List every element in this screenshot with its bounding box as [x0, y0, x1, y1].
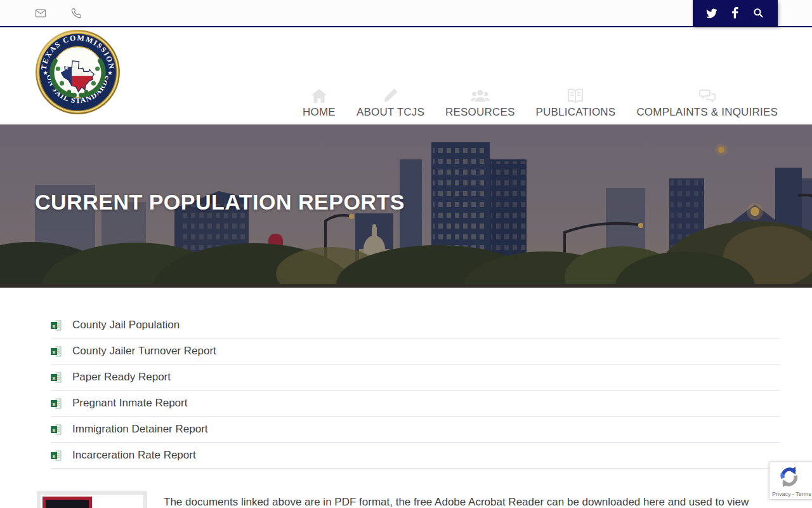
- nav-item-home[interactable]: HOME: [303, 87, 336, 119]
- svg-text:x: x: [53, 349, 56, 354]
- pencil-icon: [381, 87, 400, 105]
- twitter-icon[interactable]: [702, 5, 721, 22]
- excel-file-icon: x: [51, 320, 62, 331]
- chat-bubbles-icon: [698, 87, 717, 105]
- report-label: Paper Ready Report: [72, 371, 171, 384]
- report-link-incarceration-rate[interactable]: x Incarceration Rate Report: [51, 443, 780, 469]
- excel-file-icon: x: [51, 346, 62, 357]
- nav-item-complaints-inquiries[interactable]: COMPLAINTS & INQUIRIES: [636, 87, 778, 119]
- excel-file-icon: x: [51, 398, 62, 409]
- main-navigation: HOME ABOUT TCJS RESOURCES: [303, 87, 778, 119]
- adobe-reader-image: [37, 491, 147, 508]
- nav-label: COMPLAINTS & INQUIRIES: [636, 106, 778, 119]
- people-icon: [470, 87, 490, 105]
- report-link-pregnant-inmate[interactable]: x Pregnant Inmate Report: [51, 391, 780, 417]
- report-label: County Jailer Turnover Report: [72, 345, 216, 358]
- email-icon[interactable]: [35, 8, 46, 19]
- report-link-paper-ready[interactable]: x Paper Ready Report: [51, 364, 780, 391]
- book-icon: [566, 87, 585, 105]
- excel-file-icon: x: [51, 372, 62, 383]
- svg-text:x: x: [53, 453, 56, 458]
- search-icon[interactable]: [749, 5, 768, 22]
- recaptcha-icon: [778, 465, 800, 488]
- recaptcha-privacy-terms[interactable]: Privacy - Terms: [772, 491, 811, 497]
- facebook-icon[interactable]: [726, 5, 745, 22]
- adobe-logo: [43, 497, 92, 508]
- nav-label: ABOUT TCJS: [357, 106, 424, 119]
- report-link-county-jailer-turnover[interactable]: x County Jailer Turnover Report: [51, 338, 780, 364]
- top-utility-bar: [0, 0, 812, 27]
- nav-item-publications[interactable]: PUBLICATIONS: [536, 87, 616, 119]
- svg-text:x: x: [53, 375, 56, 380]
- report-label: County Jail Population: [72, 319, 180, 331]
- excel-file-icon: x: [51, 424, 62, 435]
- report-label: Pregnant Inmate Report: [72, 397, 187, 410]
- tcjs-seal-logo[interactable]: TEXAS COMMISSION ON JAIL STANDARDS ★ ★ ★: [35, 29, 121, 115]
- social-links-box: [693, 0, 778, 26]
- report-list: x County Jail Population x County Jailer…: [51, 312, 780, 469]
- hero-banner: CURRENT POPULATION REPORTS: [0, 124, 812, 288]
- nav-label: HOME: [303, 106, 336, 119]
- nav-label: RESOURCES: [445, 106, 515, 119]
- pdf-note-section: The documents linked above are in PDF fo…: [37, 491, 812, 508]
- phone-icon[interactable]: [70, 8, 82, 19]
- pdf-note-text: The documents linked above are in PDF fo…: [164, 491, 773, 508]
- report-label: Immigration Detainer Report: [72, 423, 208, 436]
- nav-label: PUBLICATIONS: [536, 106, 616, 119]
- seal-star-right: ★: [107, 70, 112, 76]
- report-label: Incarceration Rate Report: [72, 449, 196, 462]
- svg-text:x: x: [53, 427, 56, 432]
- report-link-county-jail-population[interactable]: x County Jail Population: [51, 312, 780, 338]
- home-icon: [310, 87, 329, 105]
- svg-text:x: x: [53, 323, 56, 328]
- nav-item-resources[interactable]: RESOURCES: [445, 87, 515, 119]
- recaptcha-badge[interactable]: Privacy - Terms: [769, 462, 812, 500]
- report-link-immigration-detainer[interactable]: x Immigration Detainer Report: [51, 417, 780, 443]
- excel-file-icon: x: [51, 450, 62, 461]
- site-header: TEXAS COMMISSION ON JAIL STANDARDS ★ ★ ★: [0, 27, 812, 124]
- texas-flag-star: ★: [64, 65, 69, 71]
- seal-star-left: ★: [43, 70, 48, 76]
- contact-icons: [35, 8, 82, 19]
- page-title: CURRENT POPULATION REPORTS: [35, 190, 405, 215]
- svg-text:x: x: [53, 401, 56, 406]
- nav-item-about-tcjs[interactable]: ABOUT TCJS: [357, 87, 424, 119]
